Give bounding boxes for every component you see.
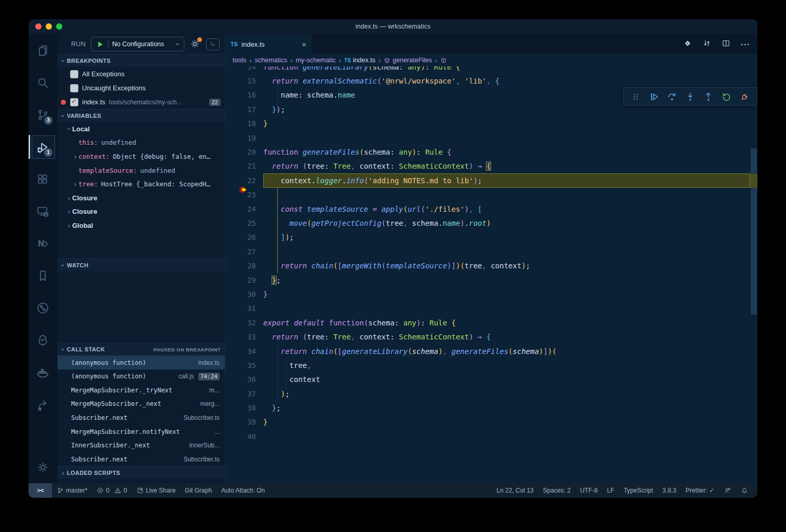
activity-item-git-graph[interactable] <box>29 292 57 324</box>
activity-item-remote-explorer[interactable] <box>29 195 57 227</box>
activity-item-project-tree[interactable] <box>29 324 57 356</box>
breakpoint-row[interactable]: index.tstools/schematics/my-sch...22 <box>58 95 225 109</box>
status-item-feedback[interactable] <box>719 483 736 498</box>
code-line-15[interactable]: 15 return externalSchematic('@nrwl/works… <box>225 74 750 88</box>
gutter[interactable]: 26 <box>225 230 263 244</box>
disconnect-button[interactable] <box>738 90 751 103</box>
gutter[interactable]: 34 <box>225 344 263 358</box>
code-line-31[interactable]: 31 <box>225 302 750 316</box>
activity-item-bookmarks[interactable] <box>29 260 57 292</box>
gutter[interactable]: 36 <box>225 373 263 387</box>
gutter[interactable]: 37 <box>225 387 263 401</box>
status-item-prettier[interactable]: Prettier: ✓ <box>681 483 719 498</box>
gutter[interactable]: 28 <box>225 258 263 272</box>
gutter[interactable]: 23 <box>225 188 263 202</box>
loaded-scripts-section-header[interactable]: › LOADED SCRIPTS <box>58 466 225 479</box>
activity-item-settings[interactable] <box>29 451 57 483</box>
gutter[interactable]: 27 <box>225 244 263 258</box>
gutter[interactable]: 40 <box>225 429 263 443</box>
activity-item-search[interactable] <box>29 66 57 99</box>
code-line-30[interactable]: 30} <box>225 287 750 301</box>
code-line-18[interactable]: 18} <box>225 117 750 131</box>
code-line-32[interactable]: 32export default function(schema: any): … <box>225 316 750 330</box>
code-line-20[interactable]: 20function generateFiles(schema: any): R… <box>225 145 750 159</box>
compare-changes-icon[interactable] <box>702 39 711 50</box>
status-item-language-mode[interactable]: TypeScript <box>619 483 658 498</box>
status-item-eol[interactable]: LF <box>602 483 619 498</box>
open-changes-icon[interactable] <box>683 39 692 50</box>
activity-item-explorer[interactable] <box>29 34 57 66</box>
step-over-button[interactable] <box>665 90 679 103</box>
minimize-window-button[interactable] <box>46 23 52 30</box>
play-icon[interactable] <box>96 40 104 49</box>
code-line-14[interactable]: 14function generateLibrary(schema: any):… <box>225 66 750 74</box>
call-stack-section-header[interactable]: › CALL STACK PAUSED ON BREAKPOINT <box>58 343 225 356</box>
code-line-34[interactable]: 34 return chain([generateLibrary(schema)… <box>225 344 750 358</box>
code-line-21[interactable]: 21 return (tree: Tree, context: Schemati… <box>225 159 750 173</box>
code-line-19[interactable]: 19 <box>225 131 750 145</box>
watch-section-header[interactable]: › WATCH <box>58 258 225 271</box>
scrollbar[interactable] <box>750 66 757 483</box>
step-out-button[interactable] <box>701 90 715 103</box>
variable-row[interactable]: this:undefined <box>58 136 225 150</box>
status-item-encoding[interactable]: UTF-8 <box>575 483 602 498</box>
scope-row-local[interactable]: ›Local <box>58 122 225 136</box>
code-line-23[interactable]: 23 <box>225 188 750 202</box>
gutter[interactable]: 29 <box>225 273 263 287</box>
status-item-live-share[interactable]: Live Share <box>132 483 180 498</box>
scrollbar-thumb[interactable] <box>751 148 757 315</box>
call-stack-frame[interactable]: (anonymous function)call.js74:24 <box>58 370 225 384</box>
code-line-26[interactable]: 26 ]); <box>225 230 750 244</box>
gutter[interactable]: 35 <box>225 358 263 372</box>
status-item-indentation[interactable]: Spaces: 2 <box>538 483 575 498</box>
code-line-38[interactable]: 38 }; <box>225 401 750 415</box>
activity-item-extensions[interactable] <box>29 163 57 195</box>
code-line-24[interactable]: 24 const templateSource = apply(url('./f… <box>225 202 750 216</box>
breadcrumb-item[interactable]: tools <box>233 57 246 64</box>
status-item-git-branch[interactable]: master* <box>52 483 92 498</box>
variable-row[interactable]: templateSource:undefined <box>58 163 225 178</box>
gutter[interactable]: 16 <box>225 88 263 102</box>
breadcrumb-item[interactable] <box>440 57 449 64</box>
variable-row[interactable]: ›context:Object {debug: false, en… <box>58 149 225 163</box>
gutter[interactable]: 17 <box>225 102 263 116</box>
code-line-40[interactable]: 40 <box>225 429 750 443</box>
configure-gear-button[interactable] <box>189 38 201 50</box>
close-tab-icon[interactable]: × <box>302 40 306 48</box>
call-stack-frame[interactable]: MergeMapSubscriber._tryNextm... <box>58 383 225 397</box>
variables-section-header[interactable]: › VARIABLES <box>58 109 225 122</box>
gutter[interactable]: 38 <box>225 401 263 415</box>
activity-item-run-and-debug[interactable]: 1 <box>29 131 57 163</box>
code-line-28[interactable]: 28 return chain([mergeWith(templateSourc… <box>225 258 750 272</box>
zoom-window-button[interactable] <box>56 23 62 30</box>
code-line-36[interactable]: 36 context <box>225 373 750 387</box>
breakpoint-checkbox[interactable] <box>70 70 78 78</box>
call-stack-frame[interactable]: MergeMapSubscriber.notifyNext... <box>58 425 225 439</box>
variable-row[interactable]: ›tree:HostTree {_backend: ScopedH… <box>58 177 225 191</box>
gutter[interactable]: 32 <box>225 316 263 330</box>
gutter[interactable]: 19 <box>225 131 263 145</box>
status-item-notifications[interactable] <box>736 483 753 498</box>
remote-indicator[interactable]: >< <box>29 483 52 498</box>
breakpoints-section-header[interactable]: › BREAKPOINTS <box>58 54 225 67</box>
code-line-33[interactable]: 33 return (tree: Tree, context: Schemati… <box>225 330 750 344</box>
gutter[interactable]: 25 <box>225 216 263 230</box>
status-item-auto-attach[interactable]: Auto Attach: On <box>216 483 269 498</box>
breakpoint-checkbox[interactable] <box>70 98 78 106</box>
breakpoint-arrow-icon[interactable] <box>227 175 237 185</box>
breadcrumb-item[interactable]: my-schematic <box>296 57 336 64</box>
gutter[interactable]: 30 <box>225 287 263 301</box>
code-line-27[interactable]: 27 <box>225 244 750 258</box>
status-item-git-graph-status[interactable]: Git Graph <box>180 483 216 498</box>
activity-item-nx-console[interactable]: N <box>29 227 57 260</box>
code-line-29[interactable]: 29 }; <box>225 273 750 287</box>
call-stack-frame[interactable]: InnerSubscriber._nextInnerSub... <box>58 439 225 453</box>
status-item-problems[interactable]: 00 <box>92 483 131 498</box>
status-item-cursor-position[interactable]: Ln 22, Col 13 <box>492 483 538 498</box>
breakpoint-row[interactable]: Uncaught Exceptions <box>58 81 225 95</box>
call-stack-frame[interactable]: Subscriber.nextSubscriber.ts <box>58 411 225 425</box>
gutter[interactable]: 21 <box>225 159 263 173</box>
continue-button[interactable] <box>647 90 660 103</box>
activity-item-docker[interactable] <box>29 356 57 388</box>
code-line-25[interactable]: 25 move(getProjectConfig(tree, schema.na… <box>225 216 750 230</box>
